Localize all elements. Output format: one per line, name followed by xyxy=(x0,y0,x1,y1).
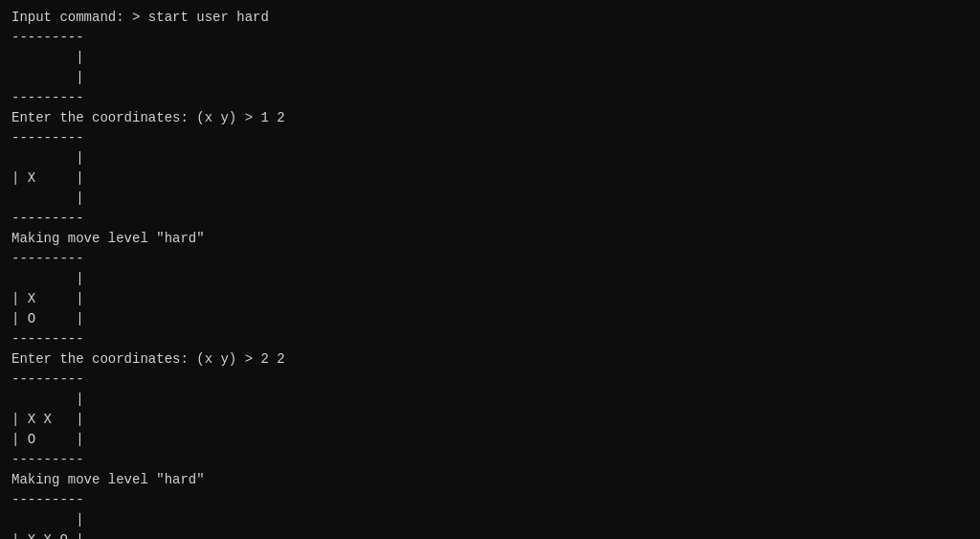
terminal-line: | xyxy=(11,510,969,530)
terminal-line: --------- xyxy=(11,329,969,349)
terminal-line: Making move level "hard" xyxy=(11,470,969,490)
terminal-output: Input command: > start user hard--------… xyxy=(11,8,969,531)
terminal-line: | O | xyxy=(11,309,969,329)
terminal-line: --------- xyxy=(11,128,969,148)
terminal-line: | xyxy=(11,48,969,68)
terminal-line: | xyxy=(11,390,969,410)
terminal-line: | X X O | xyxy=(11,530,969,539)
terminal-line: --------- xyxy=(11,249,969,269)
terminal-line: | xyxy=(11,148,969,168)
terminal-line: | xyxy=(11,189,969,209)
terminal-line: --------- xyxy=(11,28,969,48)
terminal-line: --------- xyxy=(11,490,969,510)
terminal-line: | O | xyxy=(11,430,969,450)
terminal-line: | X X | xyxy=(11,410,969,430)
terminal-line: Enter the coordinates: (x y) > 2 2 xyxy=(11,349,969,370)
terminal-line: Enter the coordinates: (x y) > 1 2 xyxy=(11,108,969,128)
terminal-line: --------- xyxy=(11,209,969,229)
terminal-line: --------- xyxy=(11,450,969,470)
terminal-line: | X | xyxy=(11,289,969,309)
terminal-line: --------- xyxy=(11,88,969,108)
terminal-line: | xyxy=(11,269,969,289)
terminal-line: --------- xyxy=(11,370,969,390)
terminal-line: Input command: > start user hard xyxy=(11,8,969,28)
terminal-line: | xyxy=(11,68,969,88)
terminal-line: | X | xyxy=(11,168,969,189)
terminal-line: Making move level "hard" xyxy=(11,229,969,249)
